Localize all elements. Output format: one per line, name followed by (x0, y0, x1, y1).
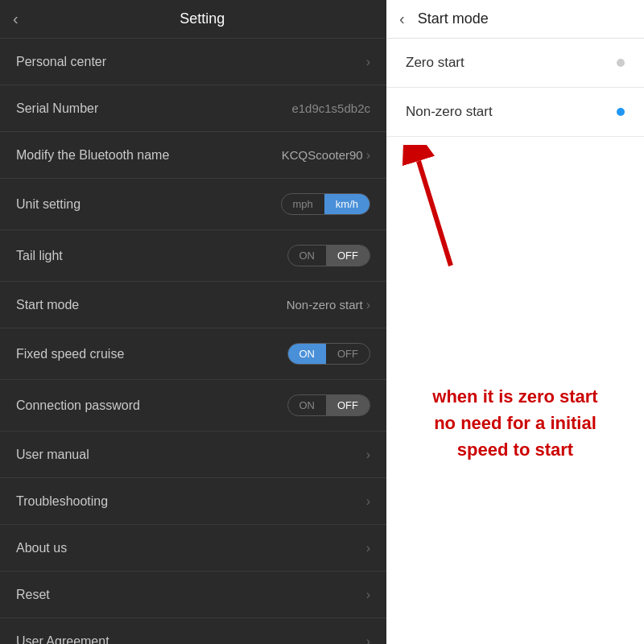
connection-password-toggle[interactable]: ON OFF (287, 394, 371, 416)
settings-item-user-agreement[interactable]: User Agreement › (0, 618, 386, 644)
start-mode-back-button[interactable]: ‹ (399, 10, 405, 28)
settings-item-user-manual[interactable]: User manual › (0, 431, 386, 478)
zero-start-label: Zero start (406, 55, 464, 71)
unit-kmh-option[interactable]: km/h (324, 194, 369, 214)
serial-number-label: Serial Number (16, 101, 98, 116)
fixed-speed-on-option[interactable]: ON (288, 344, 327, 364)
zero-start-indicator (617, 59, 625, 67)
non-zero-start-option[interactable]: Non-zero start (386, 88, 644, 137)
reset-chevron: › (366, 588, 370, 602)
fixed-speed-off-option[interactable]: OFF (326, 344, 369, 364)
tail-light-toggle[interactable]: ON OFF (287, 245, 371, 266)
troubleshooting-label: Troubleshooting (16, 494, 108, 509)
settings-item-about-us[interactable]: About us › (0, 525, 386, 572)
tail-light-label: Tail light (16, 249, 63, 263)
about-us-chevron: › (366, 541, 370, 555)
zero-start-option[interactable]: Zero start (386, 39, 644, 88)
start-mode-title: Start mode (418, 10, 489, 27)
user-agreement-label: User Agreement (16, 634, 109, 645)
settings-item-bluetooth[interactable]: Modify the Bluetooth name KCQScooter90 › (0, 132, 386, 179)
fixed-speed-toggle[interactable]: ON OFF (287, 343, 371, 365)
user-agreement-chevron: › (366, 634, 370, 645)
settings-item-tail-light: Tail light ON OFF (0, 230, 386, 282)
settings-panel: ‹ Setting Personal center › Serial Numbe… (0, 0, 386, 644)
red-arrow-icon (402, 145, 499, 274)
non-zero-start-label: Non-zero start (406, 104, 493, 120)
annotation-line2: no need for a initial (432, 410, 597, 436)
settings-item-start-mode[interactable]: Start mode Non-zero start › (0, 282, 386, 328)
troubleshooting-chevron: › (366, 494, 370, 509)
bluetooth-chevron: › (366, 148, 370, 163)
start-mode-label: Start mode (16, 298, 79, 312)
settings-title: Setting (31, 10, 374, 27)
connection-password-on-option[interactable]: ON (288, 395, 327, 415)
tail-light-off-option[interactable]: OFF (326, 246, 369, 266)
annotation-line1: when it is zero start (432, 383, 597, 410)
start-mode-panel: ‹ Start mode Zero start Non-zero start w… (386, 0, 644, 644)
reset-label: Reset (16, 588, 50, 602)
settings-back-button[interactable]: ‹ (13, 10, 19, 28)
non-zero-start-indicator (617, 108, 625, 116)
personal-center-label: Personal center (16, 55, 106, 69)
user-manual-chevron: › (366, 448, 370, 462)
start-mode-chevron: › (366, 298, 370, 312)
settings-item-fixed-speed: Fixed speed cruise ON OFF (0, 328, 386, 380)
svg-line-1 (419, 161, 451, 266)
annotation-text-block: when it is zero start no need for a init… (432, 383, 597, 463)
fixed-speed-label: Fixed speed cruise (16, 347, 124, 361)
user-manual-label: User manual (16, 448, 89, 462)
tail-light-on-option[interactable]: ON (288, 246, 327, 266)
bluetooth-label: Modify the Bluetooth name (16, 148, 169, 163)
start-mode-value: Non-zero start › (287, 298, 370, 312)
unit-label: Unit setting (16, 197, 80, 212)
settings-header: ‹ Setting (0, 0, 386, 39)
bluetooth-value: KCQScooter90 › (282, 148, 370, 163)
settings-item-connection-password: Connection password ON OFF (0, 380, 386, 431)
connection-password-off-option[interactable]: OFF (326, 395, 369, 415)
unit-toggle[interactable]: mph km/h (281, 193, 370, 215)
settings-item-troubleshooting[interactable]: Troubleshooting › (0, 478, 386, 525)
annotation-line3: speed to start (432, 436, 597, 463)
settings-list: Personal center › Serial Number e1d9c1s5… (0, 39, 386, 644)
annotation-area: when it is zero start no need for a init… (386, 137, 644, 644)
settings-item-personal-center[interactable]: Personal center › (0, 39, 386, 85)
serial-number-value: e1d9c1s5db2c (291, 101, 370, 115)
about-us-label: About us (16, 541, 67, 555)
start-mode-header: ‹ Start mode (386, 0, 644, 39)
personal-center-chevron: › (366, 55, 370, 69)
settings-item-serial-number: Serial Number e1d9c1s5db2c (0, 85, 386, 132)
unit-mph-option[interactable]: mph (282, 194, 324, 214)
settings-item-reset[interactable]: Reset › (0, 572, 386, 618)
connection-password-label: Connection password (16, 398, 140, 413)
settings-item-unit: Unit setting mph km/h (0, 179, 386, 230)
